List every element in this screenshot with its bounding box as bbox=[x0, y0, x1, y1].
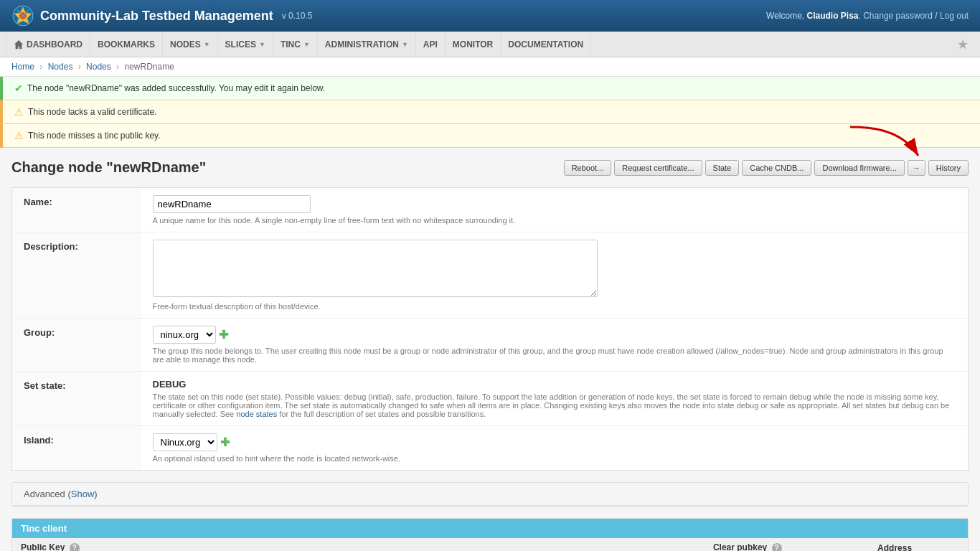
advanced-section: Advanced (Show) bbox=[11, 482, 969, 507]
welcome-text: Welcome, bbox=[766, 11, 804, 21]
breadcrumb-sep2: › bbox=[78, 62, 83, 72]
name-label: Name: bbox=[12, 188, 141, 232]
nav-bookmarks-label: BOOKMARKS bbox=[98, 39, 155, 50]
reboot-button[interactable]: Reboot... bbox=[564, 160, 612, 176]
island-help: An optional island used to hint where th… bbox=[153, 454, 957, 463]
content: Change node "newRDname" Reboot... Reques… bbox=[0, 148, 980, 551]
arrow-button[interactable]: → bbox=[908, 160, 925, 176]
message-warning-2-text: This node misses a tinc public key. bbox=[28, 131, 161, 141]
form-table: Name: A unique name for this node. A sin… bbox=[11, 187, 969, 471]
warning-icon-2: ⚠ bbox=[14, 130, 24, 141]
advanced-show-link[interactable]: Show bbox=[71, 489, 95, 499]
clear-pubkey-help-icon[interactable]: ? bbox=[772, 543, 782, 551]
breadcrumb-sep3: › bbox=[116, 62, 121, 72]
tinc-section: Tinc client Public Key ? Clear pubkey ? … bbox=[11, 518, 969, 551]
request-certificate-button[interactable]: Request certificate... bbox=[614, 160, 702, 176]
breadcrumb-nodes[interactable]: Nodes bbox=[86, 62, 111, 72]
group-add-button[interactable]: ✚ bbox=[219, 328, 228, 342]
message-warning-1: ⚠ This node lacks a valid certificate. bbox=[0, 100, 980, 124]
form-row-group: Group: ninux.org ✚ The group this node b… bbox=[12, 319, 969, 372]
advanced-header: Advanced (Show) bbox=[12, 483, 968, 506]
main-nav: DASHBOARD BOOKMARKS NODES ▼ SLICES ▼ TIN… bbox=[0, 32, 980, 57]
username: Claudio Pisa bbox=[807, 11, 859, 21]
nav-dashboard-label: DASHBOARD bbox=[27, 39, 83, 50]
page-title: Change node "newRDname" bbox=[11, 159, 206, 176]
nav-admin-arrow: ▼ bbox=[402, 41, 408, 48]
history-button[interactable]: History bbox=[928, 160, 969, 176]
nav-administration[interactable]: ADMINISTRATION ▼ bbox=[318, 32, 416, 57]
nav-nodes-label: NODES bbox=[170, 39, 201, 50]
public-key-help-icon[interactable]: ? bbox=[70, 543, 80, 551]
island-select[interactable]: Ninux.org bbox=[153, 433, 217, 451]
breadcrumb-home[interactable]: Home bbox=[11, 62, 34, 72]
breadcrumb-current: newRDname bbox=[124, 62, 174, 72]
messages-container: ✔ The node "newRDname" was added success… bbox=[0, 77, 980, 148]
nav-tinc-arrow: ▼ bbox=[303, 41, 310, 48]
tinc-col-address: Address bbox=[869, 538, 968, 551]
node-states-link[interactable]: node states bbox=[236, 410, 277, 418]
island-input-cell: Ninux.org ✚ An optional island used to h… bbox=[141, 426, 969, 471]
nav-monitor[interactable]: MONITOR bbox=[446, 32, 501, 57]
set-state-input-cell: DEBUG The state set on this node (set st… bbox=[141, 372, 969, 426]
cache-cndb-button[interactable]: Cache CNDB... bbox=[742, 160, 811, 176]
name-help: A unique name for this node. A single no… bbox=[153, 216, 957, 225]
nav-bookmarks[interactable]: BOOKMARKS bbox=[90, 32, 163, 57]
breadcrumb-nodes-top[interactable]: Nodes bbox=[48, 62, 73, 72]
nav-slices[interactable]: SLICES ▼ bbox=[218, 32, 273, 57]
header: Community-Lab Testbed Management v 0.10.… bbox=[0, 0, 980, 32]
description-help: Free-form textual description of this ho… bbox=[153, 302, 957, 311]
description-label: Description: bbox=[12, 232, 141, 319]
nav-administration-label: ADMINISTRATION bbox=[325, 39, 399, 50]
nav-star-icon[interactable]: ★ bbox=[951, 37, 974, 52]
set-state-help: The state set on this node (set state). … bbox=[153, 392, 957, 418]
name-input[interactable] bbox=[153, 195, 311, 213]
header-logo: Community-Lab Testbed Management v 0.10.… bbox=[11, 4, 312, 27]
download-firmware-button[interactable]: Download firmware... bbox=[814, 160, 904, 176]
state-button[interactable]: State bbox=[705, 160, 740, 176]
tinc-col-clear-pubkey: Clear pubkey ? bbox=[705, 538, 869, 551]
logo-icon bbox=[11, 4, 34, 27]
action-buttons: Reboot... Request certificate... State C… bbox=[564, 160, 969, 176]
nav-dashboard[interactable]: DASHBOARD bbox=[6, 32, 90, 57]
nav-api-label: API bbox=[423, 39, 438, 50]
group-select[interactable]: ninux.org bbox=[153, 326, 216, 344]
description-input-cell: Free-form textual description of this ho… bbox=[141, 232, 969, 319]
set-state-value: DEBUG bbox=[153, 379, 957, 390]
header-user-info: Welcome, Claudio Pisa. Change password /… bbox=[766, 11, 969, 21]
nav-slices-arrow: ▼ bbox=[259, 41, 265, 48]
logout-link[interactable]: Log out bbox=[940, 11, 969, 21]
nav-tinc-label: TINC bbox=[281, 39, 301, 50]
message-warning-2: ⚠ This node misses a tinc public key. bbox=[0, 124, 980, 148]
warning-icon-1: ⚠ bbox=[14, 106, 24, 118]
header-title: Community-Lab Testbed Management bbox=[40, 9, 273, 24]
nav-documentation-label: DOCUMENTATION bbox=[508, 39, 583, 50]
group-help: The group this node belongs to. The user… bbox=[153, 347, 957, 364]
tinc-table: Public Key ? Clear pubkey ? Address bbox=[12, 538, 968, 551]
group-input-cell: ninux.org ✚ The group this node belongs … bbox=[141, 319, 969, 372]
form-row-description: Description: Free-form textual descripti… bbox=[12, 232, 969, 319]
message-success-text: The node "newRDname" was added successfu… bbox=[27, 83, 325, 93]
header-version: v 0.10.5 bbox=[282, 11, 313, 21]
nav-nodes[interactable]: NODES ▼ bbox=[163, 32, 218, 57]
home-icon bbox=[14, 39, 24, 50]
form-row-island: Island: Ninux.org ✚ An optional island u… bbox=[12, 426, 969, 471]
form-row-name: Name: A unique name for this node. A sin… bbox=[12, 188, 969, 232]
island-label: Island: bbox=[12, 426, 141, 471]
description-textarea[interactable] bbox=[153, 240, 598, 297]
form-row-set-state: Set state: DEBUG The state set on this n… bbox=[12, 372, 969, 426]
breadcrumb: Home › Nodes › Nodes › newRDname bbox=[0, 57, 980, 77]
nav-documentation[interactable]: DOCUMENTATION bbox=[501, 32, 591, 57]
name-input-cell: A unique name for this node. A single no… bbox=[141, 188, 969, 232]
change-password-link[interactable]: Change password bbox=[863, 11, 933, 21]
island-add-button[interactable]: ✚ bbox=[220, 435, 230, 449]
tinc-table-header-row: Public Key ? Clear pubkey ? Address bbox=[12, 538, 968, 551]
message-warning-1-text: This node lacks a valid certificate. bbox=[28, 107, 156, 117]
nav-slices-label: SLICES bbox=[225, 39, 256, 50]
nav-tinc[interactable]: TINC ▼ bbox=[273, 32, 318, 57]
page-header: Change node "newRDname" Reboot... Reques… bbox=[11, 159, 969, 176]
success-icon: ✔ bbox=[14, 83, 23, 94]
nav-api[interactable]: API bbox=[416, 32, 446, 57]
message-success: ✔ The node "newRDname" was added success… bbox=[0, 77, 980, 100]
breadcrumb-sep1: › bbox=[39, 62, 44, 72]
advanced-label: Advanced bbox=[24, 489, 65, 499]
